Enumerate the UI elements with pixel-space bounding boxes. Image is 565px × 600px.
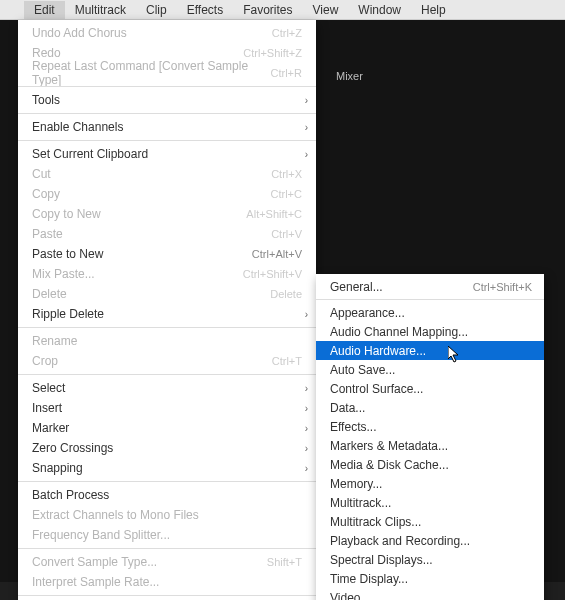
menu-separator [18,113,316,114]
menu-item-label: Frequency Band Splitter... [32,528,302,542]
menu-item-shortcut: Ctrl+Alt+V [252,248,302,260]
menu-item-batch-process[interactable]: Batch Process [18,485,316,505]
menu-item-label: Copy to New [32,207,246,221]
pref-item-video[interactable]: Video... [316,588,544,600]
menubar-item-view[interactable]: View [303,1,349,19]
menubar-item-favorites[interactable]: Favorites [233,1,302,19]
chevron-right-icon: › [305,383,308,394]
menu-item-label: Memory... [330,477,532,491]
menu-item-label: Select [32,381,302,395]
menu-item-label: Markers & Metadata... [330,439,532,453]
pref-item-spectral-displays[interactable]: Spectral Displays... [316,550,544,569]
menu-item-label: Audio Hardware... [330,344,532,358]
menu-item-label: Time Display... [330,572,532,586]
pref-item-effects[interactable]: Effects... [316,417,544,436]
pref-item-time-display[interactable]: Time Display... [316,569,544,588]
menu-item-copy-to-new: Copy to NewAlt+Shift+C [18,204,316,224]
menubar-item-effects[interactable]: Effects [177,1,233,19]
menubar: EditMultitrackClipEffectsFavoritesViewWi… [0,0,565,20]
pref-item-markers-metadata[interactable]: Markers & Metadata... [316,436,544,455]
chevron-right-icon: › [305,403,308,414]
menu-item-label: Video... [330,591,532,601]
menu-item-enable-channels[interactable]: Enable Channels› [18,117,316,137]
menu-item-label: Redo [32,46,243,60]
pref-item-multitrack[interactable]: Multitrack... [316,493,544,512]
pref-item-audio-channel-mapping[interactable]: Audio Channel Mapping... [316,322,544,341]
menu-item-frequency-band-splitter: Frequency Band Splitter... [18,525,316,545]
menu-item-label: Control Surface... [330,382,532,396]
menu-item-shortcut: Alt+Shift+C [246,208,302,220]
menu-item-paste-to-new[interactable]: Paste to NewCtrl+Alt+V [18,244,316,264]
menubar-item-clip[interactable]: Clip [136,1,177,19]
menu-item-set-current-clipboard[interactable]: Set Current Clipboard› [18,144,316,164]
menu-item-label: General... [330,280,473,294]
menu-item-extract-channels-to-mono-files: Extract Channels to Mono Files [18,505,316,525]
pref-item-appearance[interactable]: Appearance... [316,303,544,322]
menu-separator [18,548,316,549]
menu-item-insert[interactable]: Insert› [18,398,316,418]
menubar-item-help[interactable]: Help [411,1,456,19]
menu-item-paste: PasteCtrl+V [18,224,316,244]
menu-separator [18,595,316,596]
menubar-item-app[interactable] [4,8,24,12]
menu-item-label: Extract Channels to Mono Files [32,508,302,522]
menu-item-label: Interpret Sample Rate... [32,575,302,589]
menu-item-label: Batch Process [32,488,302,502]
chevron-right-icon: › [305,309,308,320]
pref-item-playback-and-recording[interactable]: Playback and Recording... [316,531,544,550]
menu-item-select[interactable]: Select› [18,378,316,398]
menu-item-label: Mix Paste... [32,267,243,281]
menu-item-label: Audio Channel Mapping... [330,325,532,339]
menu-item-repeat-last-command-convert-sample-type: Repeat Last Command [Convert Sample Type… [18,63,316,83]
menu-item-label: Paste to New [32,247,252,261]
chevron-right-icon: › [305,423,308,434]
pref-item-audio-hardware[interactable]: Audio Hardware... [316,341,544,360]
menu-item-label: Ripple Delete [32,307,302,321]
menu-item-label: Multitrack... [330,496,532,510]
chevron-right-icon: › [305,463,308,474]
pref-item-multitrack-clips[interactable]: Multitrack Clips... [316,512,544,531]
menu-item-shortcut: Ctrl+Shift+K [473,281,532,293]
chevron-right-icon: › [305,443,308,454]
menu-item-label: Effects... [330,420,532,434]
menu-item-tools[interactable]: Tools› [18,90,316,110]
menu-item-label: Repeat Last Command [Convert Sample Type… [32,59,271,87]
pref-item-control-surface[interactable]: Control Surface... [316,379,544,398]
menu-item-label: Data... [330,401,532,415]
menu-item-label: Enable Channels [32,120,302,134]
menubar-item-multitrack[interactable]: Multitrack [65,1,136,19]
menubar-item-edit[interactable]: Edit [24,1,65,19]
menu-item-marker[interactable]: Marker› [18,418,316,438]
menubar-item-window[interactable]: Window [348,1,411,19]
menu-item-cut: CutCtrl+X [18,164,316,184]
menu-item-shortcut: Shift+T [267,556,302,568]
pref-item-data[interactable]: Data... [316,398,544,417]
menu-separator [18,140,316,141]
mixer-panel-label: Mixer [336,70,363,82]
menu-item-label: Delete [32,287,270,301]
menu-separator [316,299,544,300]
pref-item-media-disk-cache[interactable]: Media & Disk Cache... [316,455,544,474]
pref-item-general[interactable]: General...Ctrl+Shift+K [316,277,544,296]
chevron-right-icon: › [305,95,308,106]
menu-item-shortcut: Ctrl+Z [272,27,302,39]
menu-item-ripple-delete[interactable]: Ripple Delete› [18,304,316,324]
menu-item-label: Zero Crossings [32,441,302,455]
menu-item-label: Media & Disk Cache... [330,458,532,472]
menu-item-label: Copy [32,187,271,201]
menu-item-shortcut: Ctrl+Shift+V [243,268,302,280]
menu-item-shortcut: Ctrl+R [271,67,302,79]
menu-item-label: Undo Add Chorus [32,26,272,40]
menu-item-label: Insert [32,401,302,415]
pref-item-memory[interactable]: Memory... [316,474,544,493]
menu-item-shortcut: Ctrl+Shift+Z [243,47,302,59]
menu-item-label: Paste [32,227,271,241]
menu-item-label: Spectral Displays... [330,553,532,567]
menu-item-zero-crossings[interactable]: Zero Crossings› [18,438,316,458]
menu-item-snapping[interactable]: Snapping› [18,458,316,478]
menu-item-label: Multitrack Clips... [330,515,532,529]
menu-item-label: Auto Save... [330,363,532,377]
pref-item-auto-save[interactable]: Auto Save... [316,360,544,379]
menu-separator [18,374,316,375]
menu-item-convert-sample-type: Convert Sample Type...Shift+T [18,552,316,572]
